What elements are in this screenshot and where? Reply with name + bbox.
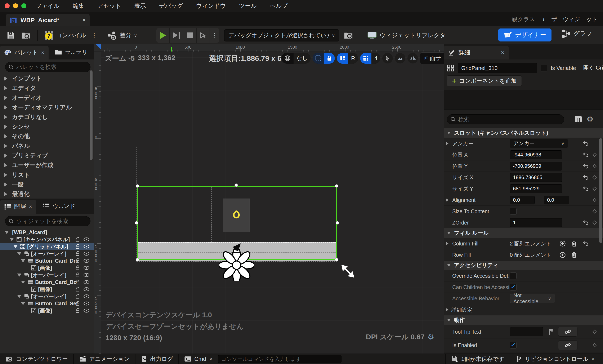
expand-arrow-icon[interactable] xyxy=(4,115,7,119)
accessible-behavior-dropdown[interactable]: Not Accessible ∨ xyxy=(510,294,555,303)
reset-icon[interactable] xyxy=(582,163,589,169)
lock-toggle[interactable] xyxy=(313,53,335,64)
widget-reflector-button[interactable]: ウィジェットリフレクタ xyxy=(364,31,449,40)
tab-hierarchy[interactable]: 階層 × xyxy=(0,200,36,214)
screen-size-button[interactable]: 画面サ xyxy=(420,52,444,64)
property-matrix-icon[interactable] xyxy=(575,116,582,123)
collapse-arrow-icon[interactable] xyxy=(17,273,21,277)
visibility-eye-icon[interactable] xyxy=(83,301,90,306)
tree-row-image-3[interactable]: [画像] xyxy=(0,307,94,314)
designer-mode-button[interactable]: デザイナー xyxy=(498,28,552,41)
reset-icon[interactable] xyxy=(582,241,589,246)
resize-handle-right-mid[interactable] xyxy=(336,221,339,224)
visibility-eye-icon[interactable] xyxy=(83,294,90,299)
unlock-icon[interactable] xyxy=(75,251,81,256)
bind-diamond-icon[interactable] xyxy=(592,209,597,214)
visibility-eye-icon[interactable] xyxy=(83,273,90,277)
visibility-eye-icon[interactable] xyxy=(83,287,90,292)
add-component-button[interactable]: + コンポーネントを追加 xyxy=(447,75,522,86)
stop-button[interactable] xyxy=(183,28,197,43)
expand-arrow-icon[interactable] xyxy=(4,163,7,167)
clear-elements-trash-icon[interactable] xyxy=(571,252,577,258)
hierarchy-search[interactable] xyxy=(5,216,91,226)
expand-arrow-icon[interactable] xyxy=(4,153,7,158)
expand-arrow-icon[interactable] xyxy=(446,308,449,311)
graph-mode-button[interactable]: グラフ xyxy=(562,29,592,38)
visibility-eye-icon[interactable] xyxy=(83,258,90,263)
palette-category-audio-material[interactable]: オーディオマテリアル xyxy=(0,103,94,112)
collapse-arrow-icon[interactable] xyxy=(17,252,21,255)
expand-arrow-icon[interactable] xyxy=(4,86,7,90)
unlock-icon[interactable] xyxy=(75,244,81,249)
tree-row-image-1[interactable]: [画像] xyxy=(0,264,94,271)
reset-icon[interactable] xyxy=(582,220,589,225)
cmd-dropdown[interactable]: Cmd ∨ xyxy=(179,354,218,364)
bind-diamond-icon[interactable] xyxy=(592,164,597,169)
open-grid-link[interactable]: 開く Gri xyxy=(583,64,603,72)
close-traffic-light[interactable] xyxy=(5,3,10,8)
resize-handle-bottom-right[interactable] xyxy=(335,258,338,261)
content-drawer-button[interactable]: コンテンツドロワー xyxy=(0,354,73,364)
expand-arrow-icon[interactable] xyxy=(4,134,7,139)
resize-handle-top-left[interactable] xyxy=(136,184,139,188)
reset-icon[interactable] xyxy=(582,152,589,157)
eject-button[interactable] xyxy=(197,28,210,43)
resize-handle-bottom-left[interactable] xyxy=(136,258,139,261)
palette-category-misc[interactable]: その他 xyxy=(0,131,94,141)
expand-arrow-icon[interactable] xyxy=(4,96,7,100)
compile-button[interactable]: ? コンパイル xyxy=(41,31,89,40)
can-children-accessible-checkbox[interactable] xyxy=(510,284,517,291)
tree-row-overlay-3[interactable]: [オーバーレイ] xyxy=(0,293,94,300)
unlock-icon[interactable] xyxy=(75,258,81,263)
cursor-tool-button[interactable] xyxy=(382,53,393,63)
expand-arrow-icon[interactable] xyxy=(4,173,7,177)
unlock-icon[interactable] xyxy=(75,237,81,242)
tab-details[interactable]: 詳細 × xyxy=(444,46,509,59)
section-slot[interactable]: スロット (キャンバスパネルスロット) xyxy=(444,128,603,138)
expand-arrow-icon[interactable] xyxy=(4,125,7,129)
tree-row-overlay-1[interactable]: [オーバーレイ] xyxy=(0,250,94,257)
close-icon[interactable]: × xyxy=(501,49,505,56)
tree-row-grid-panel-selected[interactable]: [グリッドパネル] xyxy=(0,243,94,250)
console-command-input[interactable] xyxy=(218,355,341,363)
palette-category-common[interactable]: 一般 xyxy=(0,180,94,189)
tree-row-button-card-dra[interactable]: Button_Card_Dra xyxy=(0,257,94,264)
preview-background-button[interactable] xyxy=(395,53,405,63)
close-icon[interactable]: × xyxy=(41,49,44,56)
flip-preview-button[interactable] xyxy=(407,53,418,63)
section-fill-rules[interactable]: フィル ルール xyxy=(444,228,603,238)
visibility-eye-icon[interactable] xyxy=(83,251,90,256)
is-enabled-bind-button[interactable] xyxy=(558,340,578,350)
tree-row-canvas-panel[interactable]: [キャンバスパネル] xyxy=(0,236,94,243)
minimize-traffic-light[interactable] xyxy=(13,3,18,8)
size-to-content-checkbox[interactable] xyxy=(510,208,517,215)
expand-arrow-icon[interactable] xyxy=(446,242,449,245)
visibility-eye-icon[interactable] xyxy=(83,308,90,313)
visibility-eye-icon[interactable] xyxy=(83,266,90,270)
palette-category-uncategorized[interactable]: カテゴリなし xyxy=(0,112,94,122)
parent-class-link[interactable]: ユーザーウィジェット xyxy=(540,15,598,24)
visibility-eye-icon[interactable] xyxy=(83,237,90,242)
close-icon[interactable]: × xyxy=(29,204,32,210)
details-settings-gear-icon[interactable]: ⚙ xyxy=(587,115,593,124)
resize-handle-top-right[interactable] xyxy=(335,184,338,188)
size-x-field[interactable]: 1886.786865 xyxy=(510,173,562,182)
dpi-settings-gear-icon[interactable]: ⚙ xyxy=(428,333,434,341)
tree-row-button-card-bo[interactable]: Button_Card_Bo xyxy=(0,279,94,286)
expand-arrow-icon[interactable] xyxy=(4,105,7,109)
zorder-field[interactable]: 1 xyxy=(510,218,562,227)
unlock-icon[interactable] xyxy=(75,294,81,299)
collapse-arrow-icon[interactable] xyxy=(17,295,21,298)
debug-object-dropdown[interactable]: デバッグオブジェクトが選択されていません ∨ xyxy=(224,29,339,41)
play-options-kebab[interactable]: ⋮ xyxy=(210,28,219,43)
output-log-button[interactable]: 出力ログ xyxy=(136,354,178,364)
palette-category-audio[interactable]: オーディオ xyxy=(0,93,94,103)
palette-search[interactable] xyxy=(5,62,91,72)
is-variable-checkbox[interactable] xyxy=(541,65,547,71)
snap-rotate-toggle[interactable]: R xyxy=(337,53,358,64)
palette-category-primitive[interactable]: プリミティブ xyxy=(0,151,94,160)
collapse-arrow-icon[interactable] xyxy=(10,238,14,241)
alignment-x-field[interactable]: 0.0 xyxy=(510,196,534,204)
bind-diamond-icon[interactable] xyxy=(592,220,597,225)
menu-view[interactable]: 表示 xyxy=(134,2,146,10)
